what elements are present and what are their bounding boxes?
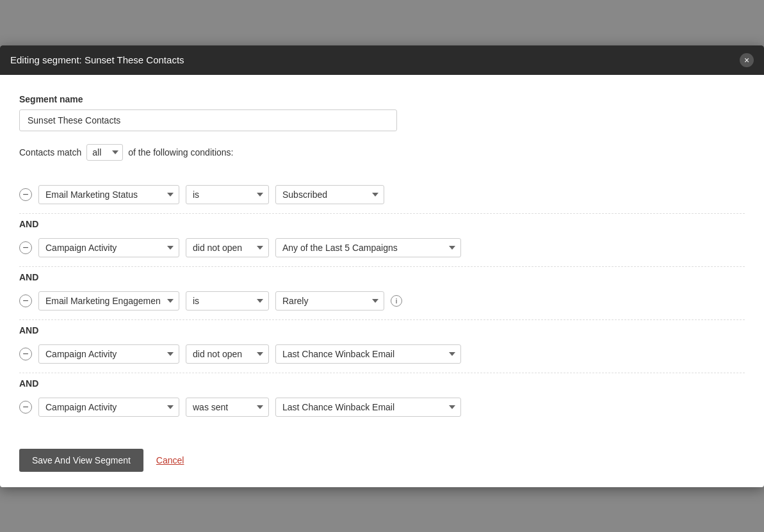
contacts-match-row: Contacts match all any of the following … (19, 144, 745, 161)
operator-select-2[interactable]: did not open (186, 238, 269, 257)
value-select-1[interactable]: Subscribed (275, 185, 384, 204)
modal-footer: Save And View Segment Cancel (0, 439, 764, 487)
modal-title: Editing segment: Sunset These Contacts (10, 54, 184, 65)
segment-name-input[interactable] (19, 109, 397, 131)
remove-condition-4[interactable]: − (19, 348, 32, 360)
and-label-3: AND (19, 267, 745, 282)
field-select-1[interactable]: Email Marketing Status (38, 185, 179, 204)
match-select[interactable]: all any (86, 144, 123, 161)
segment-name-label: Segment name (19, 94, 745, 104)
condition-fields-2: − Campaign Activity did not open Any of … (19, 229, 745, 266)
condition-fields-3: − Email Marketing Engagement is Rarely i (19, 282, 745, 319)
remove-condition-3[interactable]: − (19, 294, 32, 307)
condition-row-1: − Email Marketing Status is Subscribed (19, 176, 745, 213)
condition-row-2: AND − Campaign Activity did not open Any… (19, 213, 745, 266)
info-icon-3[interactable]: i (391, 295, 402, 307)
condition-fields-1: − Email Marketing Status is Subscribed (19, 176, 745, 213)
modal-dialog: Editing segment: Sunset These Contacts ×… (0, 45, 764, 487)
and-label-5: AND (19, 373, 745, 389)
condition-row-4: AND − Campaign Activity did not open Las… (19, 319, 745, 373)
operator-select-4[interactable]: did not open (186, 344, 269, 364)
conditions-container: − Email Marketing Status is Subscribed A… (19, 176, 745, 426)
operator-select-1[interactable]: is (186, 185, 269, 204)
and-label-2: AND (19, 214, 745, 229)
field-select-3[interactable]: Email Marketing Engagement (38, 291, 179, 310)
cancel-button[interactable]: Cancel (156, 455, 184, 465)
value-select-4[interactable]: Last Chance Winback Email (275, 344, 461, 364)
and-label-4: AND (19, 320, 745, 335)
operator-select-5[interactable]: was sent (186, 398, 269, 417)
contacts-match-prefix: Contacts match (19, 147, 81, 157)
modal-header: Editing segment: Sunset These Contacts × (0, 45, 764, 75)
field-select-2[interactable]: Campaign Activity (38, 238, 179, 257)
condition-fields-4: − Campaign Activity did not open Last Ch… (19, 335, 745, 373)
operator-select-3[interactable]: is (186, 291, 269, 310)
value-select-3[interactable]: Rarely (275, 291, 384, 310)
remove-condition-1[interactable]: − (19, 188, 32, 201)
condition-fields-5: − Campaign Activity was sent Last Chance… (19, 389, 745, 426)
value-select-2[interactable]: Any of the Last 5 Campaigns (275, 238, 461, 257)
field-select-5[interactable]: Campaign Activity (38, 398, 179, 417)
save-button[interactable]: Save And View Segment (19, 449, 143, 472)
condition-row-3: AND − Email Marketing Engagement is Rare… (19, 266, 745, 319)
field-select-4[interactable]: Campaign Activity (38, 344, 179, 364)
value-select-5[interactable]: Last Chance Winback Email (275, 398, 461, 417)
modal-body: Segment name Contacts match all any of t… (0, 75, 764, 439)
close-button[interactable]: × (740, 53, 754, 67)
remove-condition-5[interactable]: − (19, 401, 32, 414)
condition-row-5: AND − Campaign Activity was sent Last Ch… (19, 373, 745, 426)
remove-condition-2[interactable]: − (19, 241, 32, 254)
contacts-match-suffix: of the following conditions: (128, 147, 233, 157)
